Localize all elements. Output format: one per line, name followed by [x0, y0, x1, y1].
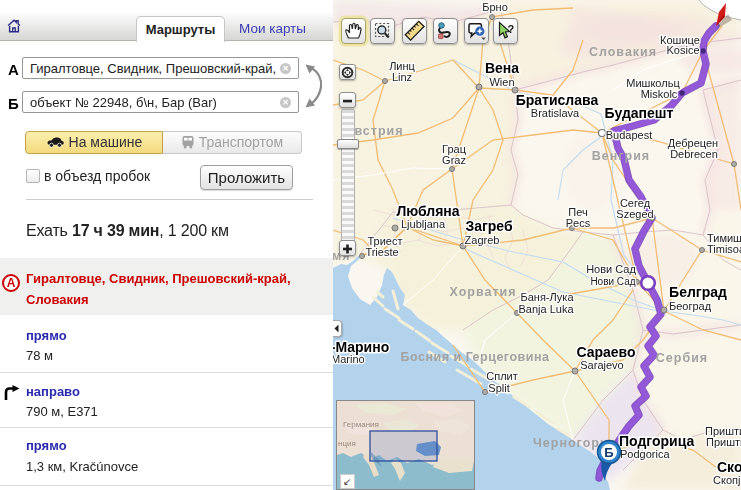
svg-text:Нови Сад: Нови Сад — [586, 263, 636, 275]
svg-text:Германия: Германия — [343, 420, 379, 429]
svg-text:Trieste: Trieste — [365, 246, 398, 258]
svg-text:Любляна: Любляна — [396, 203, 459, 219]
svg-text:?: ? — [507, 23, 514, 35]
svg-text:Сплит: Сплит — [486, 370, 518, 382]
svg-text:Debrecen: Debrecen — [670, 148, 718, 160]
svg-text:Pecs: Pecs — [566, 217, 591, 229]
svg-text:Graz: Graz — [442, 154, 466, 166]
svg-text:Linz: Linz — [392, 71, 412, 83]
svg-text:Б: Б — [604, 445, 613, 460]
svg-text:Timisoara: Timisoara — [707, 243, 741, 255]
svg-text:Венгрия: Венгрия — [592, 149, 650, 163]
svg-text:Miskolc: Miskolc — [641, 88, 678, 100]
svg-text:Zagreb: Zagreb — [465, 234, 500, 246]
svg-text:Split: Split — [488, 382, 509, 394]
svg-text:Kosice: Kosice — [666, 44, 699, 56]
svg-text:Szeged: Szeged — [616, 208, 653, 220]
svg-text:Sarajevo: Sarajevo — [580, 359, 623, 371]
svg-text:Приштин: Приштин — [706, 436, 741, 448]
svg-text:Босния и Герцеговина: Босния и Герцеговина — [401, 350, 550, 364]
svg-text:Белград: Белград — [669, 284, 727, 300]
svg-text:Словакия: Словакия — [589, 45, 657, 59]
svg-text:Подгорица: Подгорица — [619, 433, 694, 449]
svg-text:Marino: Marino — [333, 353, 365, 365]
svg-text:Скопье: Скопье — [717, 459, 741, 475]
svg-text:Нови Сад: Нови Сад — [590, 276, 635, 287]
svg-text:Wien: Wien — [489, 76, 514, 88]
svg-text:Вена: Вена — [485, 60, 519, 76]
svg-text:Ljubljana: Ljubljana — [401, 218, 446, 230]
svg-text:Загреб: Загреб — [465, 218, 513, 234]
svg-text:Баня-Лука: Баня-Лука — [520, 291, 574, 303]
svg-text:нция: нция — [338, 439, 356, 448]
svg-text:Budapest: Budapest — [606, 129, 652, 141]
svg-text:Сербия: Сербия — [656, 351, 708, 365]
svg-text:Брно: Брно — [482, 1, 508, 13]
svg-text:Banja Luka: Banja Luka — [518, 303, 574, 315]
svg-text:Сараево: Сараево — [576, 344, 635, 360]
svg-text:Будапешт: Будапешт — [605, 105, 674, 121]
svg-text:Bratislava: Bratislava — [531, 107, 580, 119]
svg-text:Podgorica: Podgorica — [620, 448, 670, 460]
svg-text:Београд: Београд — [669, 300, 712, 312]
svg-text:Братислава: Братислава — [516, 92, 599, 108]
svg-text:Скопje: Скопje — [713, 474, 741, 486]
svg-text:Хорватия: Хорватия — [449, 285, 516, 299]
